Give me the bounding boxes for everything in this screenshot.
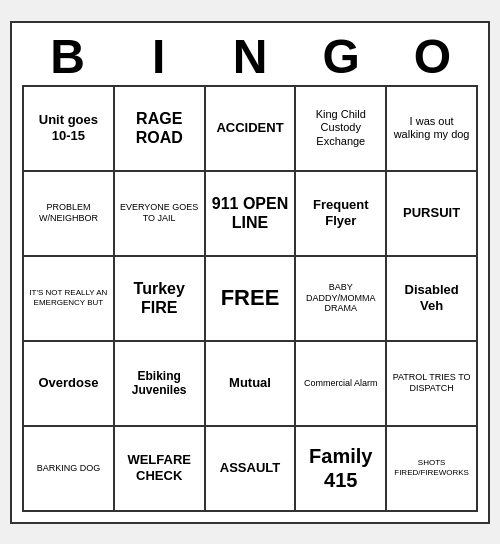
- cell-15: Overdose: [24, 342, 115, 427]
- cell-1: RAGE ROAD: [115, 87, 206, 172]
- cell-2: ACCIDENT: [206, 87, 297, 172]
- cell-4: I was out walking my dog: [387, 87, 478, 172]
- cell-8: Frequent Flyer: [296, 172, 387, 257]
- cell-11: Turkey FIRE: [115, 257, 206, 342]
- cell-9: PURSUIT: [387, 172, 478, 257]
- cell-0: Unit goes 10-15: [24, 87, 115, 172]
- cell-16: Ebiking Juveniles: [115, 342, 206, 427]
- cell-18: Commercial Alarm: [296, 342, 387, 427]
- cell-7: 911 OPEN LINE: [206, 172, 297, 257]
- cell-20: BARKING DOG: [24, 427, 115, 512]
- cell-10: IT'S NOT REALLY AN EMERGENCY BUT: [24, 257, 115, 342]
- bingo-header: B I N G O: [22, 33, 478, 81]
- letter-o: O: [392, 33, 472, 81]
- bingo-grid: Unit goes 10-15 RAGE ROAD ACCIDENT King …: [22, 85, 478, 512]
- cell-24: SHOTS FIRED/FIREWORKS: [387, 427, 478, 512]
- cell-free: FREE: [206, 257, 297, 342]
- letter-g: G: [301, 33, 381, 81]
- letter-b: B: [28, 33, 108, 81]
- cell-23: Family 415: [296, 427, 387, 512]
- letter-n: N: [210, 33, 290, 81]
- cell-5: PROBLEM W/NEIGHBOR: [24, 172, 115, 257]
- cell-19: PATROL TRIES TO DISPATCH: [387, 342, 478, 427]
- bingo-card: B I N G O Unit goes 10-15 RAGE ROAD ACCI…: [10, 21, 490, 524]
- cell-22: ASSAULT: [206, 427, 297, 512]
- cell-6: EVERYONE GOES TO JAIL: [115, 172, 206, 257]
- cell-14: Disabled Veh: [387, 257, 478, 342]
- cell-17: Mutual: [206, 342, 297, 427]
- cell-13: BABY DADDY/MOMMA DRAMA: [296, 257, 387, 342]
- letter-i: I: [119, 33, 199, 81]
- cell-3: King Child Custody Exchange: [296, 87, 387, 172]
- cell-21: WELFARE CHECK: [115, 427, 206, 512]
